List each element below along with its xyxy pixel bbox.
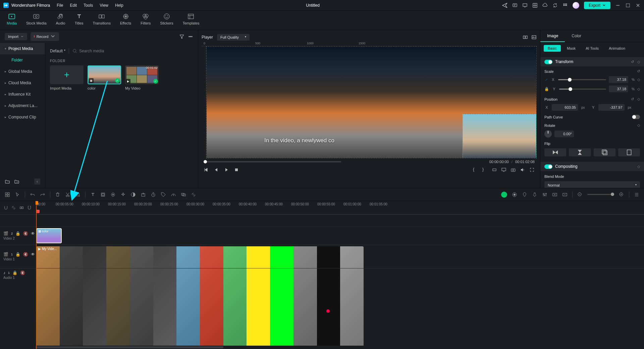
compositing-toggle[interactable]: [544, 164, 552, 169]
tab-transitions[interactable]: Transitions: [93, 13, 111, 30]
subtab-animation[interactable]: Animation: [605, 45, 629, 52]
snapshot-icon[interactable]: [511, 167, 516, 172]
zoom-out-icon[interactable]: [577, 192, 583, 197]
export-frame-icon[interactable]: [141, 192, 146, 197]
scale-y-slider[interactable]: [559, 89, 606, 90]
import-media-card[interactable]: + Import Media: [50, 65, 84, 90]
paste-button[interactable]: [618, 148, 640, 156]
sort-dropdown[interactable]: Default▾: [50, 49, 65, 53]
blendmode-select[interactable]: Normal▾: [544, 181, 640, 188]
redo-icon[interactable]: [40, 192, 45, 197]
marker-indicator[interactable]: [36, 210, 40, 213]
menu-tools[interactable]: Tools: [84, 3, 93, 8]
comp-kf-icon[interactable]: ◇: [637, 164, 640, 169]
tab-audio[interactable]: Audio: [56, 13, 65, 30]
track-head-audio1[interactable]: ♪1🔒🔇 Audio 1: [0, 268, 35, 282]
rotate-kf-icon[interactable]: ◇: [637, 123, 640, 128]
flip-h-button[interactable]: [544, 148, 566, 156]
media-item-color[interactable]: ▦✓ color: [88, 65, 121, 90]
zoom-slider[interactable]: [587, 194, 614, 195]
volume-icon[interactable]: [520, 167, 525, 172]
clip-icon[interactable]: [492, 167, 497, 172]
export-button[interactable]: Export: [584, 2, 610, 9]
scale-y-kf-icon[interactable]: ◇: [637, 87, 640, 91]
search-input[interactable]: [79, 49, 126, 53]
prev-frame-icon[interactable]: [204, 167, 209, 172]
tab-stock-media[interactable]: Stock Media: [26, 13, 47, 30]
compare-icon[interactable]: [523, 35, 528, 40]
snap-icon[interactable]: [3, 205, 8, 210]
pathcurve-toggle[interactable]: [632, 115, 640, 119]
menu-help[interactable]: Help: [115, 3, 123, 8]
menu-view[interactable]: View: [100, 3, 108, 8]
display-icon[interactable]: [501, 167, 506, 172]
sidebar-collapse-icon[interactable]: ‹: [34, 179, 40, 185]
rotate-value[interactable]: 0.00°: [554, 131, 574, 137]
scale-x-value[interactable]: 37.18: [609, 76, 628, 83]
refresh-icon[interactable]: [552, 3, 558, 8]
cursor-icon[interactable]: [15, 192, 20, 197]
clip-color[interactable]: ▦ color: [36, 228, 62, 243]
render-button[interactable]: [501, 192, 507, 198]
send-icon[interactable]: [502, 3, 507, 8]
sidebar-project-media[interactable]: ▾Project Media: [0, 43, 45, 54]
track-sub-icon[interactable]: [562, 192, 568, 197]
sidebar-compound-clip[interactable]: ▸Compound Clip: [0, 111, 45, 123]
text-icon[interactable]: [90, 192, 96, 197]
ripple-icon[interactable]: [19, 205, 24, 210]
unlink-icon[interactable]: [191, 192, 196, 197]
maximize-button[interactable]: [625, 3, 631, 8]
track-head-video1[interactable]: 🎬1🔒🔇👁 Video 1: [0, 245, 35, 268]
timeline-scrollbar[interactable]: [36, 346, 644, 349]
playhead[interactable]: [36, 201, 37, 349]
pos-x-value[interactable]: 603.05: [552, 104, 578, 111]
mark-in-icon[interactable]: {: [473, 167, 478, 172]
scale-y-value[interactable]: 37.18: [609, 86, 628, 92]
tab-effects[interactable]: Effects: [120, 13, 131, 30]
record-dropdown[interactable]: Record: [31, 32, 59, 41]
track-audio1[interactable]: [36, 268, 644, 282]
speed-icon[interactable]: [171, 192, 176, 197]
track-head-video2[interactable]: 🎬2🔒🔇👁 Video 2: [0, 227, 35, 245]
crop-icon[interactable]: [75, 192, 80, 197]
tab-templates[interactable]: Templates: [182, 13, 199, 30]
marker-icon[interactable]: [522, 192, 527, 197]
chat-icon[interactable]: [512, 3, 518, 8]
track-video2[interactable]: ▦ color: [36, 227, 644, 245]
tab-media[interactable]: Media: [7, 13, 17, 30]
mark-out-icon[interactable]: }: [482, 167, 488, 172]
pos-reset-icon[interactable]: ↺: [631, 97, 634, 101]
link-track-icon[interactable]: [11, 205, 16, 210]
scrub-bar[interactable]: [204, 161, 341, 162]
cut-icon[interactable]: [65, 192, 70, 197]
timeline-ruler[interactable]: 00:00 00:00:05:00 00:00:10:00 00:00:15:0…: [36, 201, 644, 214]
pip-overlay[interactable]: [463, 114, 536, 158]
clip-myvideo[interactable]: ▶ My Vide...: [36, 246, 364, 349]
user-avatar[interactable]: [573, 2, 579, 9]
new-folder-icon[interactable]: [5, 179, 10, 184]
mic-icon[interactable]: [532, 192, 537, 197]
apps-icon[interactable]: [562, 3, 568, 8]
link-icon[interactable]: 🔒: [544, 87, 549, 91]
menu-file[interactable]: File: [57, 3, 63, 8]
sidebar-global-media[interactable]: ▸Global Media: [0, 66, 45, 77]
timeline-content[interactable]: 00:00 00:00:05:00 00:00:10:00 00:00:15:0…: [36, 201, 644, 349]
sidebar-cloud-media[interactable]: ▸Cloud Media: [0, 77, 45, 89]
timer-icon[interactable]: [151, 192, 156, 197]
tab-stickers[interactable]: Stickers: [160, 13, 173, 30]
flip-v-button[interactable]: [569, 148, 591, 156]
sidebar-folder[interactable]: Folder: [0, 54, 45, 66]
play-icon[interactable]: [224, 167, 229, 172]
import-dropdown[interactable]: Import: [5, 33, 27, 40]
filter-icon[interactable]: [179, 34, 184, 39]
rotate-knob[interactable]: [544, 130, 552, 138]
tab-image[interactable]: Image: [540, 30, 565, 42]
transform-toggle[interactable]: [544, 60, 552, 64]
tab-filters[interactable]: Filters: [141, 13, 151, 30]
effect-icon[interactable]: [110, 192, 116, 197]
subtab-basic[interactable]: Basic: [544, 45, 561, 52]
tag-icon[interactable]: [161, 192, 166, 197]
tab-color[interactable]: Color: [565, 30, 588, 42]
color-icon[interactable]: [130, 192, 136, 197]
layout-icon[interactable]: [5, 192, 10, 197]
